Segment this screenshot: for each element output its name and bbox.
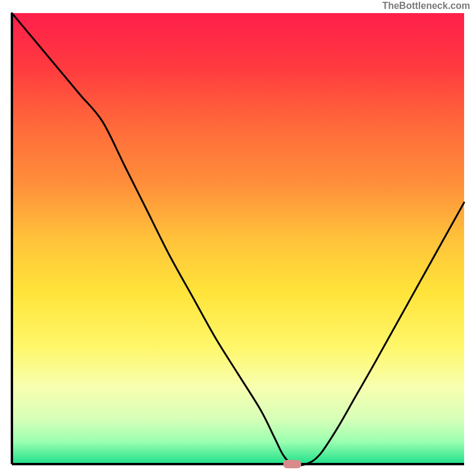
attribution-text: TheBottleneck.com <box>382 0 470 11</box>
chart-container: { "attribution": "TheBottleneck.com", "c… <box>0 0 476 476</box>
plot-background <box>12 13 464 464</box>
optimum-marker <box>283 460 301 468</box>
chart-svg <box>0 0 476 476</box>
